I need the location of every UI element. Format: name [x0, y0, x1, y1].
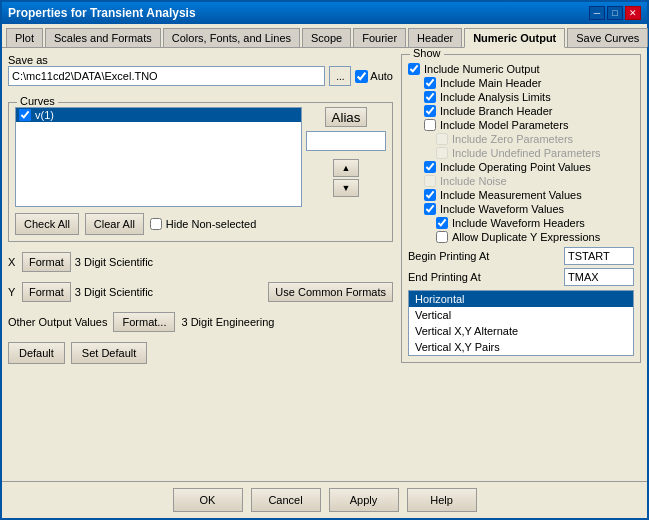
save-as-section: Save as ... Auto	[8, 54, 393, 90]
include-measurement-checkbox[interactable]	[424, 189, 436, 201]
y-axis-label: Y	[8, 286, 18, 298]
include-model-params-checkbox[interactable]	[424, 119, 436, 131]
hide-non-selected-row: Hide Non-selected	[150, 218, 257, 230]
y-format-row: Y Format 3 Digit Scientific Use Common F…	[8, 282, 393, 302]
apply-button[interactable]: Apply	[329, 488, 399, 512]
set-default-button[interactable]: Set Default	[71, 342, 147, 364]
curves-group-label: Curves	[17, 95, 58, 107]
y-format-button[interactable]: Format	[22, 282, 71, 302]
include-branch-header-checkbox[interactable]	[424, 105, 436, 117]
include-branch-header-label: Include Branch Header	[440, 105, 553, 117]
other-format-button[interactable]: Format...	[113, 312, 175, 332]
orientation-horizontal[interactable]: Horizontal	[409, 291, 633, 307]
end-printing-input[interactable]	[564, 268, 634, 286]
x-format-row: X Format 3 Digit Scientific	[8, 252, 393, 272]
include-waveform-headers-checkbox[interactable]	[436, 217, 448, 229]
end-printing-row: End Printing At	[408, 268, 634, 286]
window-title: Properties for Transient Analysis	[8, 6, 196, 20]
curves-controls: Check All Clear All Hide Non-selected	[15, 213, 386, 235]
orientation-vertical-pairs[interactable]: Vertical X,Y Pairs	[409, 339, 633, 355]
x-format-value: 3 Digit Scientific	[75, 256, 393, 268]
hide-non-selected-label: Hide Non-selected	[166, 218, 257, 230]
show-group: Show Include Numeric Output Include Main…	[401, 54, 641, 363]
include-model-params-label: Include Model Parameters	[440, 119, 568, 131]
include-main-header-row: Include Main Header	[408, 77, 634, 89]
save-as-row: ... Auto	[8, 66, 393, 86]
move-up-button[interactable]: ▲	[333, 159, 359, 177]
tab-scope[interactable]: Scope	[302, 28, 351, 47]
alias-button[interactable]: Alias	[325, 107, 368, 127]
tab-scales[interactable]: Scales and Formats	[45, 28, 161, 47]
include-waveform-headers-label: Include Waveform Headers	[452, 217, 585, 229]
include-main-header-checkbox[interactable]	[424, 77, 436, 89]
show-group-label: Show	[410, 48, 444, 59]
other-output-row: Other Output Values Format... 3 Digit En…	[8, 312, 393, 332]
include-undefined-params-checkbox[interactable]	[436, 147, 448, 159]
include-model-params-row: Include Model Parameters	[408, 119, 634, 131]
include-analysis-limits-row: Include Analysis Limits	[408, 91, 634, 103]
allow-duplicate-label: Allow Duplicate Y Expressions	[452, 231, 600, 243]
maximize-button[interactable]: □	[607, 6, 623, 20]
curve-checkbox[interactable]	[19, 109, 31, 121]
ok-button[interactable]: OK	[173, 488, 243, 512]
help-button[interactable]: Help	[407, 488, 477, 512]
minimize-button[interactable]: ─	[589, 6, 605, 20]
clear-all-button[interactable]: Clear All	[85, 213, 144, 235]
auto-checkbox-row: Auto	[355, 70, 393, 83]
x-format-button[interactable]: Format	[22, 252, 71, 272]
include-analysis-limits-checkbox[interactable]	[424, 91, 436, 103]
tab-fourier[interactable]: Fourier	[353, 28, 406, 47]
curves-right-col: Alias ▲ ▼	[306, 107, 386, 211]
include-zero-params-label: Include Zero Parameters	[452, 133, 573, 145]
include-op-values-checkbox[interactable]	[424, 161, 436, 173]
include-undefined-params-row: Include Undefined Parameters	[408, 147, 634, 159]
title-bar-buttons: ─ □ ✕	[589, 6, 641, 20]
include-op-values-label: Include Operating Point Values	[440, 161, 591, 173]
include-numeric-row: Include Numeric Output	[408, 63, 634, 75]
orientation-vertical-alternate[interactable]: Vertical X,Y Alternate	[409, 323, 633, 339]
include-zero-params-checkbox[interactable]	[436, 133, 448, 145]
include-measurement-row: Include Measurement Values	[408, 189, 634, 201]
allow-duplicate-row: Allow Duplicate Y Expressions	[408, 231, 634, 243]
include-numeric-label: Include Numeric Output	[424, 63, 540, 75]
include-waveform-checkbox[interactable]	[424, 203, 436, 215]
curves-wrapper: v(1) Alias ▲ ▼	[15, 107, 386, 211]
tab-colors[interactable]: Colors, Fonts, and Lines	[163, 28, 300, 47]
main-window: Properties for Transient Analysis ─ □ ✕ …	[0, 0, 649, 520]
list-item[interactable]: v(1)	[16, 108, 301, 122]
include-op-values-row: Include Operating Point Values	[408, 161, 634, 173]
close-button[interactable]: ✕	[625, 6, 641, 20]
move-down-button[interactable]: ▼	[333, 179, 359, 197]
hide-non-selected-checkbox[interactable]	[150, 218, 162, 230]
tab-numeric-output[interactable]: Numeric Output	[464, 28, 565, 48]
title-bar: Properties for Transient Analysis ─ □ ✕	[2, 2, 647, 24]
default-button[interactable]: Default	[8, 342, 65, 364]
auto-checkbox[interactable]	[355, 70, 368, 83]
allow-duplicate-checkbox[interactable]	[436, 231, 448, 243]
save-as-input[interactable]	[8, 66, 325, 86]
check-all-button[interactable]: Check All	[15, 213, 79, 235]
include-waveform-headers-row: Include Waveform Headers	[408, 217, 634, 229]
tab-save-curves[interactable]: Save Curves	[567, 28, 648, 47]
alias-input[interactable]	[306, 131, 386, 151]
save-as-label: Save as	[8, 54, 393, 66]
include-zero-params-row: Include Zero Parameters	[408, 133, 634, 145]
browse-button[interactable]: ...	[329, 66, 351, 86]
cancel-button[interactable]: Cancel	[251, 488, 321, 512]
content-area: Save as ... Auto Curves	[2, 48, 647, 481]
include-noise-label: Include Noise	[440, 175, 507, 187]
use-common-formats-button[interactable]: Use Common Formats	[268, 282, 393, 302]
include-numeric-checkbox[interactable]	[408, 63, 420, 75]
other-format-value: 3 Digit Engineering	[181, 316, 274, 328]
y-format-value: 3 Digit Scientific	[75, 286, 265, 298]
include-measurement-label: Include Measurement Values	[440, 189, 582, 201]
curves-list[interactable]: v(1)	[15, 107, 302, 207]
tab-plot[interactable]: Plot	[6, 28, 43, 47]
include-noise-checkbox[interactable]	[424, 175, 436, 187]
curve-label: v(1)	[35, 109, 54, 121]
tab-bar: Plot Scales and Formats Colors, Fonts, a…	[2, 24, 647, 48]
begin-printing-input[interactable]	[564, 247, 634, 265]
orientation-vertical[interactable]: Vertical	[409, 307, 633, 323]
include-noise-row: Include Noise	[408, 175, 634, 187]
tab-header[interactable]: Header	[408, 28, 462, 47]
